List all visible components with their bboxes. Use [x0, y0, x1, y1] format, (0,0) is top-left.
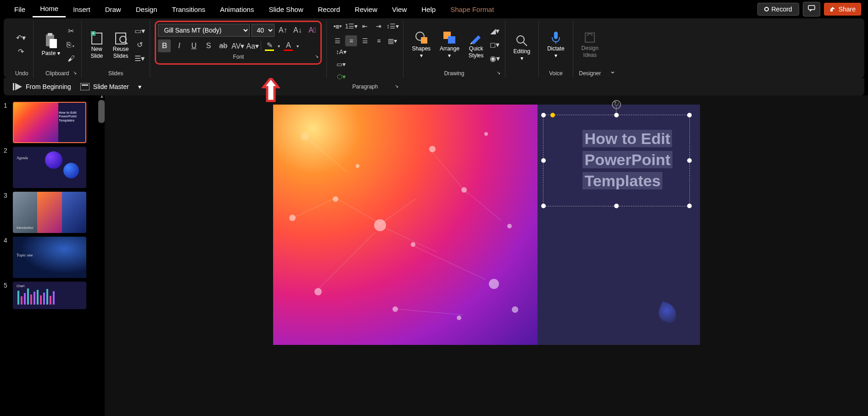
underline-button[interactable]: U: [187, 39, 200, 52]
slide-thumb-2-wrap[interactable]: 2 Agenda: [0, 145, 105, 190]
quick-styles-button[interactable]: Quick Styles: [465, 29, 487, 61]
justify-button[interactable]: ≡: [373, 35, 385, 46]
sel-handle-tl[interactable]: [541, 113, 546, 117]
strikethrough-button[interactable]: ab: [217, 39, 230, 52]
record-button[interactable]: Record: [757, 3, 799, 16]
reuse-slides-button[interactable]: Reuse Slides: [109, 28, 133, 61]
bold-button[interactable]: B: [158, 39, 171, 52]
tab-transitions[interactable]: Transitions: [164, 2, 213, 17]
clear-format-button[interactable]: A⃠: [306, 24, 319, 37]
section-button[interactable]: ☰▾: [134, 53, 145, 64]
layout-button[interactable]: ▭▾: [134, 26, 145, 37]
tab-home[interactable]: Home: [33, 1, 66, 17]
undo-button[interactable]: ↶▾: [15, 33, 26, 44]
reset-button[interactable]: ↺: [134, 39, 145, 50]
comments-button[interactable]: [803, 2, 820, 17]
design-ideas-button[interactable]: Design Ideas: [578, 29, 602, 60]
thumbnail-scrollbar[interactable]: ▲: [98, 95, 105, 416]
font-name-select[interactable]: Gill Sans MT (Body): [158, 24, 250, 37]
thumb1-title: How to Edit PowerPoint Templates: [59, 111, 82, 122]
tab-record[interactable]: Record: [310, 2, 347, 17]
tab-insert[interactable]: Insert: [66, 2, 98, 17]
ribbon-collapse-button[interactable]: ⌄: [607, 64, 618, 78]
share-button[interactable]: Share: [824, 3, 861, 16]
font-size-select[interactable]: 40: [252, 24, 274, 37]
quick-styles-label: Quick Styles: [469, 45, 484, 59]
slide-canvas[interactable]: How to Edit PowerPoint Templates: [273, 105, 700, 345]
shape-fill-button[interactable]: ◢▾: [489, 26, 500, 37]
tab-view[interactable]: View: [385, 2, 414, 17]
slide-thumb-2[interactable]: Agenda: [13, 147, 86, 188]
paragraph-group-label[interactable]: Paragraph: [331, 82, 398, 91]
sel-handle-tr[interactable]: [687, 113, 692, 117]
editing-button[interactable]: Editing▾: [510, 33, 534, 63]
shadow-button[interactable]: S: [202, 39, 215, 52]
highlight-button[interactable]: ✎: [263, 39, 276, 52]
ribbon-group-editing: Editing▾: [505, 21, 539, 78]
tab-animations[interactable]: Animations: [213, 2, 261, 17]
sel-handle-mr[interactable]: [687, 158, 692, 163]
sel-handle-br[interactable]: [687, 204, 692, 208]
dictate-button[interactable]: Dictate▾: [543, 29, 568, 61]
slide-master-button[interactable]: Slide Master: [80, 83, 129, 90]
copy-button[interactable]: ⎘▾: [66, 39, 77, 50]
sel-handle-ml[interactable]: [541, 158, 546, 163]
decrease-indent-button[interactable]: ⇤: [359, 21, 371, 32]
decrease-font-button[interactable]: A↓: [291, 24, 304, 37]
slide-title-text[interactable]: How to Edit PowerPoint Templates: [582, 128, 672, 192]
sel-handle-bm[interactable]: [614, 204, 619, 208]
shape-effects-button[interactable]: ◉▾: [489, 53, 500, 64]
line-spacing-button[interactable]: ↕☰▾: [386, 21, 398, 32]
slide-thumb-4-wrap[interactable]: 4 Topic one: [0, 235, 105, 280]
font-group-label[interactable]: Font: [158, 52, 319, 61]
redo-button[interactable]: ↷: [15, 46, 26, 57]
clipboard-group-label[interactable]: Clipboard: [38, 69, 77, 78]
sel-handle-tm[interactable]: [614, 113, 619, 117]
numbering-button[interactable]: 1☰▾: [345, 21, 357, 32]
sel-handle-adjust[interactable]: [550, 113, 555, 117]
align-center-button[interactable]: ≡: [345, 35, 357, 46]
comment-icon: [808, 5, 815, 11]
slide-thumb-4[interactable]: Topic one: [13, 237, 86, 278]
increase-indent-button[interactable]: ⇥: [373, 21, 385, 32]
tab-shape-format[interactable]: Shape Format: [443, 2, 501, 17]
bullets-button[interactable]: ⦁☰▾: [331, 21, 343, 32]
columns-button[interactable]: ▥▾: [386, 35, 398, 46]
shape-outline-button[interactable]: ◻▾: [489, 39, 500, 50]
new-slide-button[interactable]: + New Slide: [86, 28, 107, 61]
arrange-button[interactable]: Arrange▾: [436, 29, 463, 61]
text-direction-button[interactable]: ↕A▾: [335, 46, 347, 57]
slide-thumb-3-wrap[interactable]: 3 Introduction: [0, 190, 105, 235]
tab-draw[interactable]: Draw: [98, 2, 129, 17]
char-spacing-button[interactable]: AV▾: [231, 39, 244, 52]
align-text-button[interactable]: ▭▾: [335, 59, 347, 70]
rotate-handle[interactable]: [612, 100, 621, 109]
tab-help[interactable]: Help: [414, 2, 443, 17]
slide-canvas-area[interactable]: How to Edit PowerPoint Templates: [105, 95, 868, 416]
sel-handle-bl[interactable]: [541, 204, 546, 208]
tab-file[interactable]: File: [7, 2, 33, 17]
tab-slideshow[interactable]: Slide Show: [261, 2, 310, 17]
smartart-button[interactable]: ⬡▾: [335, 71, 347, 82]
align-right-button[interactable]: ☰: [359, 35, 371, 46]
paste-button[interactable]: Paste ▾: [38, 31, 64, 58]
reuse-slides-icon: [114, 30, 128, 45]
shapes-button[interactable]: Shapes▾: [408, 29, 434, 61]
tab-review[interactable]: Review: [347, 2, 385, 17]
drawing-group-label[interactable]: Drawing: [408, 69, 500, 78]
slide-thumb-1[interactable]: How to Edit PowerPoint Templates: [13, 102, 86, 143]
align-left-button[interactable]: ☰: [331, 35, 343, 46]
slide-thumb-1-wrap[interactable]: 1 How to Edit PowerPoint Templates: [0, 100, 105, 145]
slide-thumb-3[interactable]: Introduction: [13, 192, 86, 233]
cut-button[interactable]: ✂: [66, 26, 77, 37]
increase-font-button[interactable]: A↑: [276, 24, 289, 37]
italic-button[interactable]: I: [173, 39, 185, 52]
quickbar-more-button[interactable]: ▾: [138, 83, 141, 90]
slide-thumb-5[interactable]: Chart: [13, 282, 86, 309]
change-case-button[interactable]: Aa▾: [246, 39, 259, 52]
from-beginning-button[interactable]: From Beginning: [13, 83, 71, 90]
slide-thumb-5-wrap[interactable]: 5 Chart: [0, 280, 105, 311]
format-painter-button[interactable]: 🖌: [66, 53, 77, 64]
tab-design[interactable]: Design: [129, 2, 165, 17]
font-color-button[interactable]: A: [282, 39, 295, 52]
